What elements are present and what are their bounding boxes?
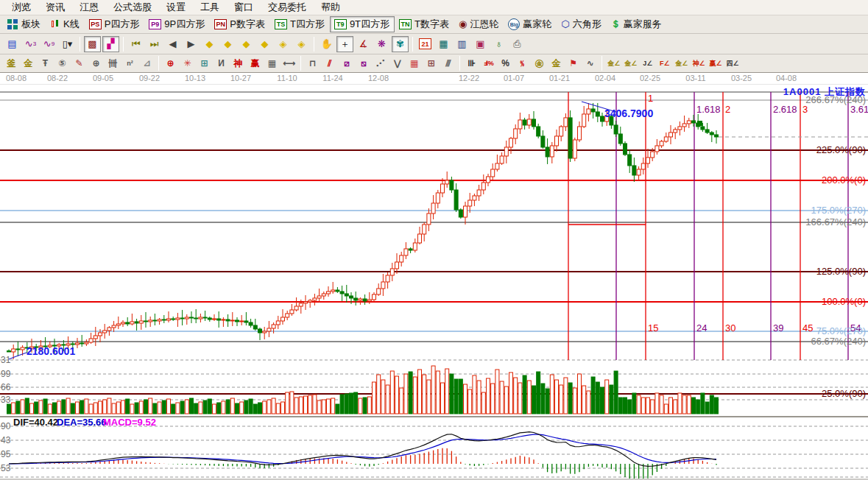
print-icon[interactable]: ⎙ bbox=[509, 36, 526, 52]
fan-lines-tool[interactable]: ⫽ bbox=[322, 56, 337, 71]
menu-item-3[interactable]: 公式选股 bbox=[106, 1, 159, 14]
chart-area: 319966331151.618242302.618393453.6185426… bbox=[0, 85, 868, 480]
v-lines-tool[interactable]: ⋁ bbox=[389, 56, 405, 71]
wave-tool[interactable]: ∿ bbox=[582, 56, 598, 71]
f-angle-tool[interactable]: F∠ bbox=[657, 56, 672, 71]
percent-line-tool[interactable]: ﹪ bbox=[515, 56, 530, 71]
zoom-all-icon[interactable]: ◈ bbox=[275, 36, 292, 52]
gold-angle-b-tool[interactable]: 金∠ bbox=[623, 56, 638, 71]
pan-hand-icon[interactable]: ✋ bbox=[318, 36, 335, 52]
menu-item-4[interactable]: 设置 bbox=[159, 1, 193, 14]
wave9-icon[interactable]: ∿9 bbox=[40, 36, 57, 52]
save-icon[interactable]: ▣ bbox=[472, 36, 489, 52]
candle bbox=[423, 225, 426, 234]
fan-box-tool[interactable]: ⧄ bbox=[339, 56, 354, 71]
comb-tool[interactable]: 卌 bbox=[105, 56, 121, 71]
shape-button-hexagon[interactable]: ⬡六角形 bbox=[557, 16, 606, 32]
shape-button-kline[interactable]: K线 bbox=[46, 16, 85, 32]
crosshair-icon[interactable]: ＋ bbox=[336, 36, 353, 52]
gold-pot-tool[interactable]: 釜 bbox=[4, 56, 19, 71]
spiral-tool[interactable]: ⑤ bbox=[54, 56, 70, 71]
gann-frame-icon[interactable]: ▩ bbox=[84, 36, 101, 52]
f-ruler-tool[interactable]: Ŧ bbox=[38, 56, 53, 71]
calculator-icon[interactable]: ▦ bbox=[435, 36, 452, 52]
zoom-in-h-icon[interactable]: ◆ bbox=[256, 36, 273, 52]
percent-tool[interactable]: % bbox=[498, 56, 513, 71]
fit-screen-icon[interactable]: ◈ bbox=[293, 36, 310, 52]
last-bar-icon[interactable]: ⏭ bbox=[146, 36, 163, 52]
gold-circle-tool[interactable]: ㊎ bbox=[532, 56, 547, 71]
gann-time-top-label: 2 bbox=[725, 104, 730, 115]
scroll-right-icon[interactable]: ◆ bbox=[219, 36, 236, 52]
shape-button-winner-wheel[interactable]: Big赢家轮 bbox=[504, 16, 557, 32]
toolbar-separator bbox=[459, 56, 460, 71]
scroll-left-icon[interactable]: ◆ bbox=[201, 36, 218, 52]
gold-line-tool[interactable]: 金 bbox=[548, 56, 564, 71]
candle bbox=[464, 206, 467, 217]
green-marker bbox=[697, 121, 702, 126]
menu-item-5[interactable]: 工具 bbox=[193, 1, 227, 14]
ruler123-tool[interactable]: ▦ bbox=[264, 56, 280, 71]
menu-item-0[interactable]: 浏览 bbox=[4, 1, 38, 14]
menu-item-6[interactable]: 窗口 bbox=[227, 1, 261, 14]
neural-icon[interactable]: ✾ bbox=[392, 36, 409, 52]
chart-canvas[interactable]: 319966331151.618242302.618393453.6185426… bbox=[0, 85, 868, 480]
shape-button-p-square[interactable]: PSP四方形 bbox=[85, 16, 145, 32]
grid-arrow-tool[interactable]: ⊞ bbox=[423, 56, 439, 71]
fan-box2-tool[interactable]: ⧅ bbox=[356, 56, 371, 71]
volume-profile-icon[interactable]: ▞ bbox=[102, 36, 119, 52]
gann-circle-tool[interactable]: ⊕ bbox=[88, 56, 104, 71]
shape-button-t-number-table[interactable]: TNT数字表 bbox=[395, 16, 454, 32]
shape-button-9p-square[interactable]: P99P四方形 bbox=[144, 16, 210, 32]
j-angle-tool[interactable]: J∠ bbox=[640, 56, 655, 71]
prev-bar-icon[interactable]: ◀ bbox=[164, 36, 181, 52]
shape-button-t-square[interactable]: TST四方形 bbox=[270, 16, 330, 32]
report-icon[interactable]: ▤ bbox=[4, 36, 21, 52]
calendar-icon[interactable]: 21 bbox=[417, 36, 434, 52]
zoom-out-h-icon[interactable]: ◆ bbox=[238, 36, 255, 52]
candle-style-icon[interactable]: ▯▾ bbox=[59, 36, 76, 52]
volume-bar bbox=[149, 398, 152, 414]
web-tool[interactable]: ✳ bbox=[180, 56, 195, 71]
shape-button-gann-wheel[interactable]: ◉江恩轮 bbox=[454, 16, 504, 32]
gold-angle-tool[interactable]: 金∠ bbox=[674, 56, 689, 71]
menu-item-1[interactable]: 资讯 bbox=[38, 1, 72, 14]
mirror-angle-tool[interactable]: ⊿ bbox=[139, 56, 155, 71]
gold-tool[interactable]: 金 bbox=[21, 56, 36, 71]
menu-item-8[interactable]: 帮助 bbox=[314, 1, 347, 14]
export-icon[interactable]: ♁ bbox=[490, 36, 507, 52]
shape-button-sector-blocks[interactable]: 板块 bbox=[3, 16, 46, 32]
n2-tool[interactable]: n² bbox=[122, 56, 138, 71]
volume-bar bbox=[404, 374, 408, 414]
next-bar-icon[interactable]: ▶ bbox=[183, 36, 200, 52]
grid-tool[interactable]: ▦ bbox=[406, 56, 422, 71]
ying-tool[interactable]: 赢 bbox=[247, 56, 263, 71]
first-bar-icon[interactable]: ⏮ bbox=[127, 36, 144, 52]
span-arrows-tool[interactable]: ⟷ bbox=[281, 56, 297, 71]
pen-flag-tool[interactable]: ⚑ bbox=[565, 56, 581, 71]
shape-button-9t-square[interactable]: T99T四方形 bbox=[330, 16, 395, 32]
shen-tool[interactable]: 神 bbox=[230, 56, 246, 71]
volume-bar bbox=[350, 393, 353, 414]
shape-button-p-number-table[interactable]: PNP数字表 bbox=[210, 16, 270, 32]
ying-angle-tool[interactable]: 赢∠ bbox=[708, 56, 724, 71]
notepad-icon[interactable]: ▥ bbox=[454, 36, 470, 52]
pen-tool[interactable]: ✎ bbox=[71, 56, 87, 71]
web-box-tool[interactable]: ⊞ bbox=[197, 56, 212, 71]
shen-angle-tool[interactable]: 神∠ bbox=[691, 56, 706, 71]
t-percent-tool[interactable]: Ⅎ% bbox=[481, 56, 496, 71]
parallel-lines-tool[interactable]: ⫻ bbox=[440, 56, 456, 71]
target-circle-tool[interactable]: ⊕ bbox=[163, 56, 178, 71]
frame-tool[interactable]: ⊓ bbox=[305, 56, 320, 71]
menu-item-2[interactable]: 江恩 bbox=[72, 1, 106, 14]
angle-measure-icon[interactable]: ∡ bbox=[355, 36, 372, 52]
si-angle-tool[interactable]: 四∠ bbox=[725, 56, 741, 71]
zigzag-tool[interactable]: И bbox=[214, 56, 229, 71]
menu-item-7[interactable]: 交易委托 bbox=[261, 1, 314, 14]
gold-angle-a-tool[interactable]: 金∠ bbox=[606, 56, 621, 71]
trend-pencil-tool[interactable]: ⋰ bbox=[373, 56, 388, 71]
bars-stat-tool[interactable]: ⊪ bbox=[464, 56, 479, 71]
fractal-tree-icon[interactable]: ❋ bbox=[373, 36, 390, 52]
wave3-icon[interactable]: ∿3 bbox=[22, 36, 39, 52]
shape-button-winner-service[interactable]: ＄赢家服务 bbox=[607, 16, 667, 32]
